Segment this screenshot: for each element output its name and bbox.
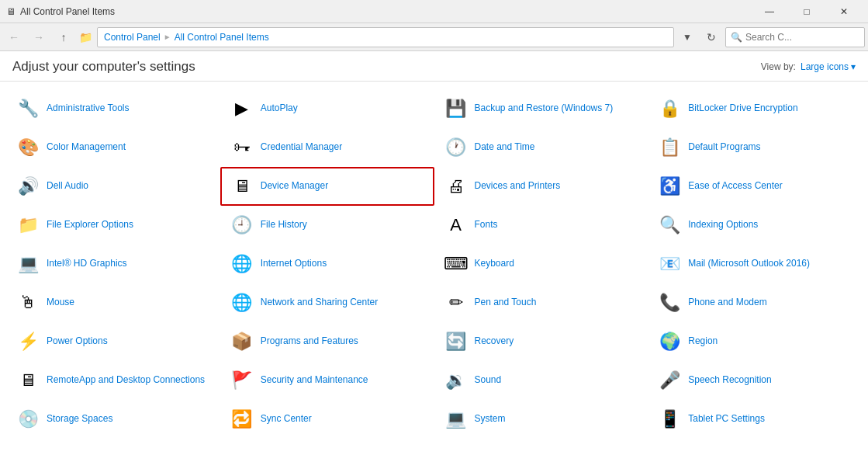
- date-time-label: Date and Time: [475, 141, 535, 154]
- sound-icon: 🔉: [444, 368, 469, 393]
- indexing-icon: 🔍: [657, 213, 682, 238]
- bitlocker-label: BitLocker Drive Encryption: [688, 102, 797, 115]
- cp-item-region[interactable]: 🌍Region: [648, 322, 862, 361]
- dell-audio-label: Dell Audio: [47, 180, 88, 193]
- address-bar: ← → ↑ 📁 Control Panel ► All Control Pane…: [0, 23, 868, 51]
- default-programs-label: Default Programs: [688, 141, 760, 154]
- cp-item-mail[interactable]: 📧Mail (Microsoft Outlook 2016): [648, 245, 862, 283]
- cp-item-mouse[interactable]: 🖱Mouse: [6, 283, 220, 322]
- cp-item-speech-recognition[interactable]: 🎤Speech Recognition: [648, 361, 862, 400]
- sync-center-label: Sync Center: [261, 413, 312, 425]
- recovery-icon: 🔄: [444, 329, 469, 354]
- cp-item-file-explorer[interactable]: 📁File Explorer Options: [6, 206, 220, 245]
- cp-item-file-history[interactable]: 🕘File History: [220, 206, 434, 245]
- cp-item-remoteapp[interactable]: 🖥RemoteApp and Desktop Connections: [6, 361, 220, 400]
- mail-label: Mail (Microsoft Outlook 2016): [688, 258, 810, 270]
- cp-item-fonts[interactable]: AFonts: [434, 206, 648, 245]
- keyboard-icon: ⌨: [444, 252, 469, 276]
- region-icon: 🌍: [657, 329, 682, 354]
- maximize-button[interactable]: □: [789, 0, 825, 23]
- administrative-tools-icon: 🔧: [16, 96, 40, 121]
- minimize-button[interactable]: —: [752, 0, 787, 23]
- cp-item-dell-audio[interactable]: 🔊Dell Audio: [6, 167, 220, 206]
- power-options-icon: ⚡: [16, 329, 40, 354]
- remoteapp-label: RemoteApp and Desktop Connections: [47, 374, 205, 387]
- intel-hd-label: Intel® HD Graphics: [47, 258, 127, 270]
- remoteapp-icon: 🖥: [16, 368, 40, 393]
- security-maintenance-label: Security and Maintenance: [261, 374, 368, 387]
- speech-recognition-icon: 🎤: [657, 368, 682, 393]
- bitlocker-icon: 🔒: [657, 96, 682, 121]
- cp-item-network-sharing[interactable]: 🌐Network and Sharing Center: [220, 283, 434, 322]
- back-button[interactable]: ←: [3, 26, 25, 48]
- forward-button[interactable]: →: [28, 26, 50, 48]
- cp-item-device-manager[interactable]: 🖥Device Manager: [220, 167, 434, 206]
- window-title: All Control Panel Items: [20, 6, 115, 17]
- date-time-icon: 🕐: [444, 135, 469, 160]
- close-button[interactable]: ✕: [826, 0, 862, 23]
- cp-item-backup-restore[interactable]: 💾Backup and Restore (Windows 7): [434, 89, 648, 128]
- title-bar-controls: — □ ✕: [752, 0, 862, 23]
- cp-item-sync-center[interactable]: 🔁Sync Center: [220, 400, 434, 439]
- breadcrumb-control-panel[interactable]: Control Panel: [104, 32, 161, 43]
- autoplay-label: AutoPlay: [261, 102, 298, 115]
- tablet-pc-label: Tablet PC Settings: [688, 413, 765, 425]
- address-dropdown-button[interactable]: ▼: [677, 27, 697, 47]
- dell-audio-icon: 🔊: [16, 174, 40, 199]
- cp-item-credential-manager[interactable]: 🗝Credential Manager: [220, 128, 434, 167]
- system-label: System: [475, 413, 506, 425]
- cp-item-ease-access[interactable]: ♿Ease of Access Center: [648, 167, 862, 206]
- cp-item-recovery[interactable]: 🔄Recovery: [434, 322, 648, 361]
- view-by-value[interactable]: Large icons ▾: [801, 61, 856, 72]
- cp-item-security-maintenance[interactable]: 🚩Security and Maintenance: [220, 361, 434, 400]
- ease-access-label: Ease of Access Center: [688, 180, 782, 193]
- cp-item-pen-touch[interactable]: ✏Pen and Touch: [434, 283, 648, 322]
- cp-item-color-management[interactable]: 🎨Color Management: [6, 128, 220, 167]
- cp-item-indexing[interactable]: 🔍Indexing Options: [648, 206, 862, 245]
- cp-item-date-time[interactable]: 🕐Date and Time: [434, 128, 648, 167]
- cp-item-internet-options[interactable]: 🌐Internet Options: [220, 245, 434, 283]
- pen-touch-icon: ✏: [444, 290, 469, 315]
- storage-spaces-icon: 💿: [16, 407, 40, 432]
- search-bar: 🔍: [725, 27, 865, 47]
- main-content: 🔧Administrative Tools▶AutoPlay💾Backup an…: [0, 82, 868, 451]
- refresh-button[interactable]: ↻: [700, 26, 722, 48]
- cp-item-power-options[interactable]: ⚡Power Options: [6, 322, 220, 361]
- app-icon: 🖥: [6, 6, 16, 17]
- pen-touch-label: Pen and Touch: [475, 297, 537, 309]
- folder-icon: 📁: [79, 31, 92, 43]
- cp-item-storage-spaces[interactable]: 💿Storage Spaces: [6, 400, 220, 439]
- page-header: Adjust your computer's settings View by:…: [0, 51, 868, 82]
- breadcrumb-all-items[interactable]: All Control Panel Items: [175, 32, 269, 43]
- color-management-icon: 🎨: [16, 135, 40, 160]
- cp-item-default-programs[interactable]: 📋Default Programs: [648, 128, 862, 167]
- speech-recognition-label: Speech Recognition: [688, 374, 771, 387]
- cp-item-autoplay[interactable]: ▶AutoPlay: [220, 89, 434, 128]
- cp-item-programs-features[interactable]: 📦Programs and Features: [220, 322, 434, 361]
- search-input[interactable]: [745, 32, 862, 43]
- devices-printers-icon: 🖨: [444, 174, 469, 199]
- cp-item-devices-printers[interactable]: 🖨Devices and Printers: [434, 167, 648, 206]
- cp-item-system[interactable]: 💻System: [434, 400, 648, 439]
- cp-item-intel-hd[interactable]: 💻Intel® HD Graphics: [6, 245, 220, 283]
- security-maintenance-icon: 🚩: [230, 368, 254, 393]
- title-bar-left: 🖥 All Control Panel Items: [6, 6, 115, 17]
- network-sharing-icon: 🌐: [230, 290, 254, 315]
- up-button[interactable]: ↑: [53, 26, 74, 48]
- programs-features-label: Programs and Features: [261, 335, 358, 348]
- cp-item-sound[interactable]: 🔉Sound: [434, 361, 648, 400]
- cp-item-keyboard[interactable]: ⌨Keyboard: [434, 245, 648, 283]
- file-explorer-icon: 📁: [16, 213, 40, 238]
- cp-item-phone-modem[interactable]: 📞Phone and Modem: [648, 283, 862, 322]
- network-sharing-label: Network and Sharing Center: [261, 297, 378, 309]
- fonts-label: Fonts: [475, 219, 498, 231]
- search-icon: 🔍: [731, 32, 742, 43]
- programs-features-icon: 📦: [230, 329, 254, 354]
- view-by-label: View by:: [761, 61, 796, 72]
- view-by-control: View by: Large icons ▾: [761, 61, 856, 72]
- color-management-label: Color Management: [47, 141, 126, 154]
- cp-item-administrative-tools[interactable]: 🔧Administrative Tools: [6, 89, 220, 128]
- device-manager-label: Device Manager: [261, 180, 328, 193]
- cp-item-tablet-pc[interactable]: 📱Tablet PC Settings: [648, 400, 862, 439]
- cp-item-bitlocker[interactable]: 🔒BitLocker Drive Encryption: [648, 89, 862, 128]
